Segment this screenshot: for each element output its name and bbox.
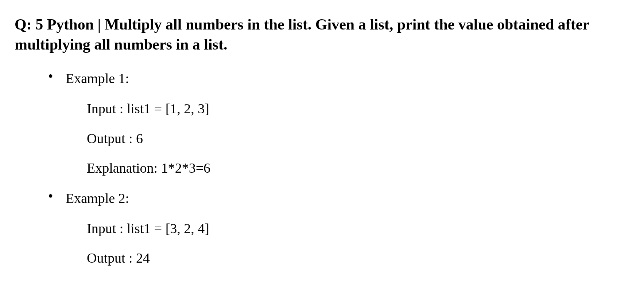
- example-input-line: Input : list1 = [3, 2, 4]: [87, 219, 629, 238]
- example-output-line: Output : 24: [87, 248, 629, 268]
- question-heading: Q: 5 Python | Multiply all numbers in th…: [15, 15, 629, 54]
- example-label: Example 1:: [66, 69, 629, 88]
- example-details: Input : list1 = [3, 2, 4] Output : 24: [66, 219, 629, 268]
- example-input-line: Input : list1 = [1, 2, 3]: [87, 99, 629, 118]
- example-output-line: Output : 6: [87, 129, 629, 148]
- example-details: Input : list1 = [1, 2, 3] Output : 6 Exp…: [66, 99, 629, 178]
- example-explanation-line: Explanation: 1*2*3=6: [87, 158, 629, 178]
- example-item: Example 2: Input : list1 = [3, 2, 4] Out…: [66, 189, 629, 268]
- examples-list: Example 1: Input : list1 = [1, 2, 3] Out…: [15, 69, 629, 268]
- example-item: Example 1: Input : list1 = [1, 2, 3] Out…: [66, 69, 629, 178]
- example-label: Example 2:: [66, 189, 629, 208]
